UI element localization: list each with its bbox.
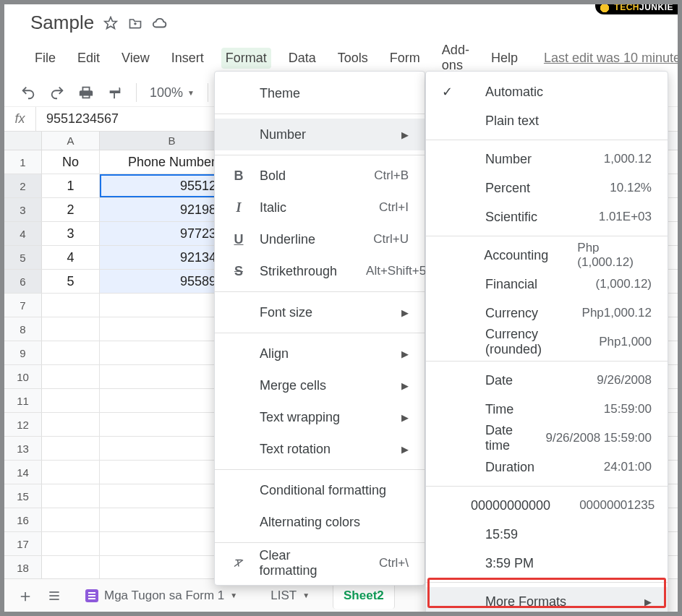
menu-view[interactable]: View [117,48,154,69]
nf-date[interactable]: Date9/26/2008 [426,366,668,395]
add-sheet-icon[interactable]: ＋ [17,588,33,604]
tab-list[interactable]: LIST ▼ [260,583,320,609]
row-header[interactable]: 13 [4,437,42,460]
nf-currency-rounded[interactable]: Currency (rounded)Php1,000 [426,328,668,356]
nf-accounting[interactable]: AccountingPhp (1,000.12) [426,241,668,270]
menu-item-strike[interactable]: SStrikethroughAlt+Shift+5 [215,255,425,287]
nf-duration[interactable]: Duration24:01:00 [426,453,668,482]
menu-tools[interactable]: Tools [333,48,372,69]
menu-insert[interactable]: Insert [167,48,208,69]
cell[interactable] [42,484,100,508]
tab-form-responses[interactable]: Mga Tugon sa Form 1 ▼ [75,583,247,609]
nf-financial[interactable]: Financial(1,000.12) [426,270,668,299]
menu-edit[interactable]: Edit [73,48,104,69]
row-header[interactable]: 3 [4,198,42,221]
cell[interactable] [42,508,100,531]
row-header[interactable]: 10 [4,365,42,388]
cell[interactable] [42,317,100,341]
nf-plain[interactable]: Plain text [426,106,668,135]
cell[interactable] [42,389,100,412]
menu-item-italic[interactable]: IItalicCtrl+I [215,192,425,223]
clear-format-icon [231,557,247,570]
menu-item-align[interactable]: Align▶ [215,338,425,369]
cell[interactable]: 4 [42,246,100,269]
nf-datetime[interactable]: Date time9/26/2008 15:59:00 [426,424,668,453]
menu-item-conditional[interactable]: Conditional formatting [215,474,425,506]
row-header[interactable]: 18 [4,556,42,579]
nf-number[interactable]: Number1,000.12 [426,145,668,174]
menu-item-rotation[interactable]: Text rotation▶ [215,433,425,465]
cell[interactable] [42,437,100,460]
zoom-select[interactable]: 100%▼ [150,85,195,100]
cell[interactable]: 2 [42,198,100,221]
menu-item-underline[interactable]: UUnderlineCtrl+U [215,223,425,255]
select-all-corner[interactable] [4,132,42,150]
row-header[interactable]: 4 [4,222,42,245]
row-header[interactable]: 7 [4,294,42,317]
nf-scientific[interactable]: Scientific1.01E+03 [426,202,668,231]
cell[interactable] [42,461,100,484]
row-header[interactable]: 14 [4,461,42,484]
nf-custom-c[interactable]: 3:59 PM [426,549,668,578]
row-header[interactable]: 2 [4,174,42,197]
cell[interactable] [42,556,100,579]
cell[interactable] [42,294,100,317]
cell[interactable] [42,365,100,388]
last-edit-link[interactable]: Last edit was 10 minutes ago [544,51,682,66]
nf-more-formats[interactable]: More Formats▶ [426,587,668,616]
row-header[interactable]: 16 [4,508,42,531]
cloud-saved-icon[interactable] [152,15,168,31]
cell[interactable]: 1 [42,174,100,197]
menu-form[interactable]: Form [385,48,425,69]
nf-custom-b[interactable]: 15:59 [426,520,668,549]
menu-format[interactable]: Format [221,48,271,69]
menu-help[interactable]: Help [487,48,522,69]
menu-item-merge[interactable]: Merge cells▶ [215,369,425,401]
row-header[interactable]: 5 [4,246,42,269]
submenu-arrow-icon: ▶ [401,444,409,455]
row-header[interactable]: 9 [4,341,42,364]
submenu-arrow-icon: ▶ [401,380,409,391]
cell[interactable] [42,341,100,364]
menu-item-number[interactable]: Number▶ [215,119,425,150]
cell[interactable]: 5 [42,270,100,293]
row-header[interactable]: 1 [4,150,42,174]
print-icon[interactable] [78,85,94,100]
redo-icon[interactable] [49,85,65,100]
nf-custom-a[interactable]: 0000000000000000001235 [426,491,668,520]
tab-sheet2[interactable]: Sheet2 [333,582,395,609]
row-header[interactable]: 12 [4,413,42,436]
menu-file[interactable]: File [30,48,60,69]
row-header[interactable]: 17 [4,532,42,555]
cell[interactable]: No [42,150,100,174]
row-header[interactable]: 8 [4,317,42,341]
document-title[interactable]: Sample [30,12,94,34]
cell[interactable] [42,413,100,436]
fx-icon[interactable]: fx [4,107,36,131]
nf-automatic[interactable]: ✓Automatic [426,77,668,106]
nf-currency[interactable]: CurrencyPhp1,000.12 [426,299,668,328]
row-header[interactable]: 15 [4,484,42,508]
row-header[interactable]: 6 [4,270,42,293]
menu-data[interactable]: Data [284,48,320,69]
menu-item-alternating[interactable]: Alternating colors [215,506,425,538]
menu-item-theme[interactable]: Theme [215,77,425,109]
menu-item-fontsize[interactable]: Font size▶ [215,296,425,328]
col-header-a[interactable]: A [42,132,100,150]
menu-item-clear[interactable]: Clear formattingCtrl+\ [215,547,425,579]
cell[interactable] [42,532,100,555]
watermark-badge: TECHJUNKIE [595,1,678,14]
star-icon[interactable] [103,15,119,31]
menu-item-bold[interactable]: BBoldCtrl+B [215,160,425,192]
menu-item-wrap[interactable]: Text wrapping▶ [215,401,425,433]
undo-icon[interactable] [20,85,36,100]
number-format-menu: ✓Automatic Plain text Number1,000.12 Per… [425,71,668,616]
formula-input[interactable]: 9551234567 [36,111,119,127]
cell[interactable]: 3 [42,222,100,245]
nf-percent[interactable]: Percent10.12% [426,174,668,202]
nf-time[interactable]: Time15:59:00 [426,395,668,424]
row-header[interactable]: 11 [4,389,42,412]
move-icon[interactable] [127,15,143,31]
all-sheets-icon[interactable] [46,588,62,604]
paint-format-icon[interactable] [107,85,123,100]
